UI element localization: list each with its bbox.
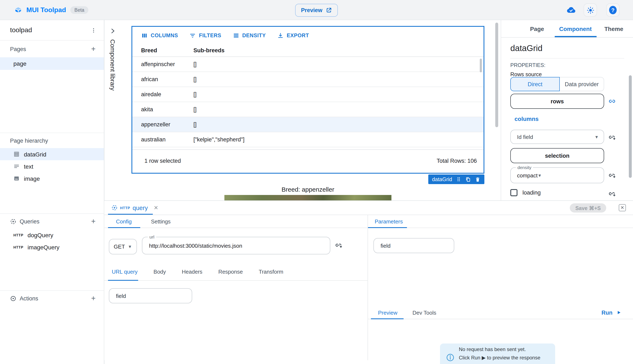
project-name: toolpad xyxy=(10,26,89,34)
table-row[interactable]: akita [] xyxy=(132,102,483,117)
hierarchy-section-title: Page hierarchy xyxy=(10,138,48,144)
tab-body[interactable]: Body xyxy=(153,268,166,275)
save-button[interactable]: Save ⌘+S xyxy=(570,203,606,212)
density-select[interactable]: density compact ▼ xyxy=(510,167,604,183)
url-input[interactable]: url http://localhost:3000/static/movies.… xyxy=(142,237,330,254)
idfield-binding-addlink-icon[interactable] xyxy=(608,134,616,141)
add-query-button[interactable]: + xyxy=(89,217,98,226)
columns-property-link[interactable]: columns xyxy=(514,116,539,122)
http-method-select[interactable]: GET ▼ xyxy=(109,239,137,254)
tab-url-query[interactable]: URL query xyxy=(112,268,138,275)
rows-source-dataprovider-button[interactable]: Data provider xyxy=(560,77,604,91)
export-button[interactable]: EXPORT xyxy=(277,32,309,39)
tab-response[interactable]: Response xyxy=(218,268,243,275)
query-item-imagequery[interactable]: HTTP imageQuery xyxy=(0,241,104,253)
url-label: url xyxy=(148,234,156,239)
drag-handle-icon[interactable] xyxy=(456,176,461,182)
sidebar-item-page[interactable]: page xyxy=(0,57,104,70)
close-tab-icon[interactable]: ✕ xyxy=(154,204,158,211)
hierarchy-item-text[interactable]: text xyxy=(0,160,104,172)
tab-headers[interactable]: Headers xyxy=(182,268,202,275)
hierarchy-item-image[interactable]: image xyxy=(0,172,104,184)
table-row[interactable]: australian ["kelpie","shepherd"] xyxy=(132,132,483,147)
table-row[interactable]: affenpinscher [] xyxy=(132,57,483,72)
http-badge: HTTP xyxy=(120,206,130,210)
parameter-field-input[interactable]: field xyxy=(373,238,454,253)
properties-label: PROPERTIES: xyxy=(510,62,545,68)
theme-mode-button[interactable] xyxy=(583,3,597,17)
datagrid-toolbar: COLUMNS FILTERS DENSITY EXPORT xyxy=(132,27,483,44)
project-menu-kebab-icon[interactable] xyxy=(89,26,98,35)
table-row[interactable]: african [] xyxy=(132,72,483,87)
toolpad-logo-icon xyxy=(14,6,22,14)
query-config-section: Config Settings GET ▼ url http://localho… xyxy=(104,215,368,360)
info-line-2: Click Run ▶ to preview the response here… xyxy=(459,354,540,364)
loading-binding-addlink-icon[interactable] xyxy=(608,190,616,198)
tab-page[interactable]: Page xyxy=(518,20,556,37)
run-button[interactable]: Run xyxy=(601,310,621,316)
info-line-1: No request has been sent yet. xyxy=(459,346,526,352)
selection-property-button[interactable]: selection xyxy=(510,148,604,163)
datagrid-component[interactable]: COLUMNS FILTERS DENSITY EXPORT Breed Sub… xyxy=(132,26,484,174)
cloud-sync-icon xyxy=(566,5,576,15)
tab-settings[interactable]: Settings xyxy=(151,218,171,224)
text-component[interactable]: Breed: appenzeller xyxy=(132,186,484,193)
preview-button[interactable]: Preview xyxy=(295,4,338,17)
http-badge: HTTP xyxy=(14,233,24,237)
tab-transform[interactable]: Transform xyxy=(259,268,283,275)
duplicate-icon[interactable] xyxy=(465,176,471,182)
active-tab-underline xyxy=(368,227,407,228)
queries-section-title: Queries xyxy=(20,218,40,224)
table-row[interactable]: airedale [] xyxy=(132,87,483,102)
density-binding-addlink-icon[interactable] xyxy=(608,172,616,179)
active-tab-underline xyxy=(108,214,153,215)
beta-badge: Beta xyxy=(70,6,89,14)
columns-icon xyxy=(141,32,148,39)
datagrid-scrollbar[interactable] xyxy=(480,58,482,72)
active-tab-underline xyxy=(371,318,404,319)
density-button[interactable]: DENSITY xyxy=(233,32,266,39)
total-rows-count: Total Rows: 106 xyxy=(437,158,477,164)
tab-dev-tools[interactable]: Dev Tools xyxy=(413,310,436,316)
play-icon xyxy=(616,310,621,315)
add-page-button[interactable]: + xyxy=(89,44,98,54)
id-field-select[interactable]: Id field ▼ xyxy=(510,130,604,144)
tab-preview[interactable]: Preview xyxy=(378,310,397,316)
column-header-breed[interactable]: Breed xyxy=(132,47,193,54)
chevron-down-icon: ▼ xyxy=(537,173,542,178)
query-tab[interactable]: HTTP query ✕ xyxy=(104,204,158,211)
grid-icon xyxy=(14,151,20,157)
delete-icon[interactable] xyxy=(475,176,481,182)
help-button[interactable]: ? xyxy=(606,3,619,17)
http-badge: HTTP xyxy=(14,245,24,249)
columns-button[interactable]: COLUMNS xyxy=(141,32,178,39)
expand-library-chevron-icon[interactable] xyxy=(109,28,116,34)
url-query-field-input[interactable]: field xyxy=(109,288,192,303)
active-tab-underline xyxy=(555,36,596,37)
inspector-scrollbar[interactable] xyxy=(629,75,632,178)
selected-component-chip[interactable]: dataGrid xyxy=(428,174,484,184)
tab-theme[interactable]: Theme xyxy=(595,20,633,37)
tab-parameters[interactable]: Parameters xyxy=(375,218,403,224)
help-icon: ? xyxy=(609,6,617,14)
url-binding-addlink-icon[interactable] xyxy=(335,242,342,249)
tab-config[interactable]: Config xyxy=(116,218,132,224)
chevron-down-icon: ▼ xyxy=(594,134,599,139)
add-action-button[interactable]: + xyxy=(89,294,98,303)
rows-property-button[interactable]: rows xyxy=(510,94,604,109)
app-header: MUI Toolpad Beta Preview ? xyxy=(0,0,633,20)
rows-source-toggle: Direct Data provider xyxy=(510,77,604,91)
download-icon xyxy=(277,32,284,39)
close-panel-icon[interactable]: ✕ xyxy=(619,204,626,211)
tab-component[interactable]: Component xyxy=(556,20,594,37)
rows-binding-link-icon[interactable] xyxy=(608,98,616,105)
open-in-new-icon xyxy=(326,7,332,14)
canvas-scrollbar[interactable] xyxy=(495,22,498,127)
query-item-dogquery[interactable]: HTTP dogQuery xyxy=(0,229,104,241)
table-row-selected[interactable]: appenzeller [] xyxy=(132,117,483,132)
hierarchy-item-datagrid[interactable]: dataGrid xyxy=(0,148,104,160)
rows-source-direct-button[interactable]: Direct xyxy=(510,77,560,91)
loading-checkbox[interactable] xyxy=(510,189,517,196)
filters-button[interactable]: FILTERS xyxy=(189,32,222,39)
column-header-subbreeds[interactable]: Sub-breeds xyxy=(193,47,483,54)
